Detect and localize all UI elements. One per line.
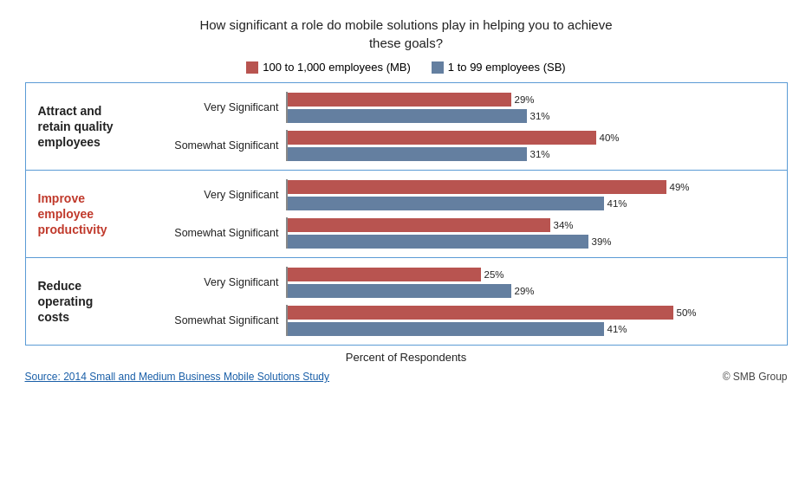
x-axis-label: Percent of Respondents — [346, 351, 466, 364]
section-label-reduce: Reduce operating costs — [26, 278, 160, 326]
cat-label-improve-0: Very Significant — [160, 189, 286, 201]
bar-mb-improve-1 — [288, 218, 550, 232]
bar-mb-reduce-0 — [288, 268, 481, 281]
section-label-attract: Attract and retain quality employees — [26, 103, 160, 151]
cat-label-reduce-0: Very Significant — [160, 276, 286, 288]
cat-label-attract-1: Somewhat Significant — [160, 139, 286, 152]
bar-mb-attract-0 — [288, 93, 511, 107]
bar-sb-reduce-0 — [288, 284, 511, 298]
bar-group-improve-0: Very Significant49%41% — [160, 179, 778, 210]
copyright-label: © SMB Group — [723, 371, 788, 383]
bar-group-attract-0: Very Significant29%31% — [160, 92, 778, 123]
legend-mb-swatch — [246, 61, 258, 74]
cat-label-reduce-1: Somewhat Significant — [160, 314, 286, 326]
section-label-improve: Improve employee productivity — [26, 191, 160, 238]
legend-sb-swatch — [432, 61, 444, 74]
legend-mb-label: 100 to 1,000 employees (MB) — [263, 61, 411, 74]
section-attract: Attract and retain quality employeesVery… — [26, 83, 787, 171]
bar-sb-attract-0 — [288, 109, 527, 123]
section-reduce: Reduce operating costsVery Significant25… — [26, 258, 787, 345]
legend: 100 to 1,000 employees (MB) 1 to 99 empl… — [246, 61, 565, 74]
footer: Source: 2014 Small and Medium Business M… — [25, 371, 788, 383]
section-improve: Improve employee productivityVery Signif… — [26, 171, 787, 258]
bar-group-attract-1: Somewhat Significant40%31% — [160, 130, 778, 161]
bar-sb-improve-1 — [288, 235, 588, 249]
title-line1: How significant a role do mobile solutio… — [199, 17, 612, 32]
source-label[interactable]: Source: 2014 Small and Medium Business M… — [25, 371, 330, 383]
bar-group-reduce-0: Very Significant25%29% — [160, 267, 778, 298]
legend-sb-label: 1 to 99 employees (SB) — [448, 61, 566, 74]
title-line2: these goals? — [369, 36, 443, 50]
legend-sb: 1 to 99 employees (SB) — [432, 61, 566, 74]
chart-title: How significant a role do mobile solutio… — [199, 16, 612, 52]
bar-sb-reduce-1 — [288, 322, 604, 336]
bar-group-reduce-1: Somewhat Significant50%41% — [160, 305, 778, 336]
bar-sb-improve-0 — [288, 197, 604, 210]
bar-mb-improve-0 — [288, 180, 666, 194]
legend-mb: 100 to 1,000 employees (MB) — [246, 61, 411, 74]
cat-label-improve-1: Somewhat Significant — [160, 227, 286, 239]
bar-mb-reduce-1 — [288, 306, 673, 320]
bar-group-improve-1: Somewhat Significant34%39% — [160, 217, 778, 249]
chart-container: Attract and retain quality employeesVery… — [25, 82, 788, 346]
bar-sb-attract-1 — [288, 147, 527, 161]
cat-label-attract-0: Very Significant — [160, 101, 286, 113]
bar-mb-attract-1 — [288, 131, 596, 145]
